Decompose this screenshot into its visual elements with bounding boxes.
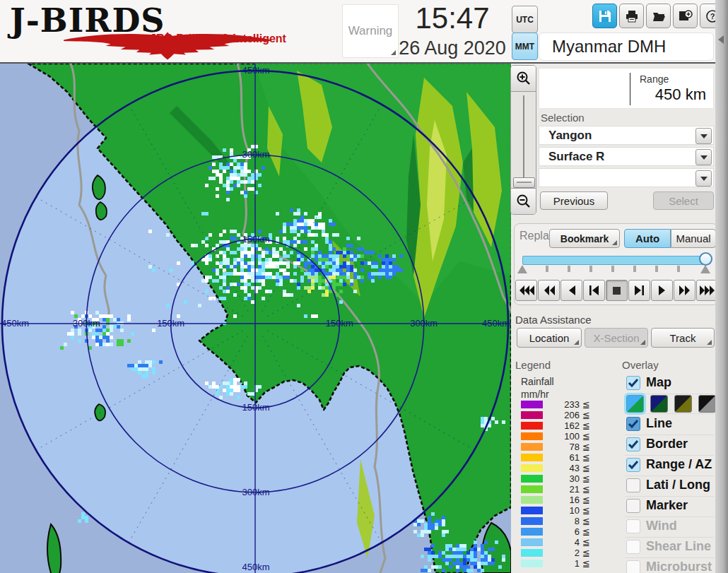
save-button[interactable] xyxy=(592,4,617,28)
overlay-checkbox[interactable] xyxy=(626,458,640,472)
radar-map[interactable]: 150km150km150km150km300km300km300km300km… xyxy=(0,64,511,573)
previous-button[interactable]: Previous xyxy=(540,191,608,210)
overlay-item-shear-line: Shear Line xyxy=(625,538,714,558)
overlay-checkbox[interactable] xyxy=(626,499,640,513)
legend-lte-symbol: ≦ xyxy=(582,558,590,569)
legend-swatch xyxy=(521,496,543,504)
dropdown-arrow-button[interactable] xyxy=(695,128,712,144)
stop-button[interactable] xyxy=(606,280,628,301)
overlay-item-label: Microburst xyxy=(646,560,712,573)
overlay-checkbox[interactable] xyxy=(626,417,640,431)
map-style-swatch-3[interactable] xyxy=(674,395,692,413)
svg-text:450km: 450km xyxy=(1,318,29,329)
zoom-in-button[interactable] xyxy=(511,66,536,92)
auto-button[interactable]: Auto xyxy=(624,229,671,248)
forward-button[interactable] xyxy=(674,280,695,301)
location-button[interactable]: Location xyxy=(517,328,582,348)
legend-value: 43 xyxy=(543,463,580,473)
open-folder-button[interactable] xyxy=(646,4,671,28)
overlay-item-label: Map xyxy=(646,375,671,390)
legend-row: 162≦ xyxy=(521,421,590,430)
svg-text:450km: 450km xyxy=(242,562,269,572)
play-reverse-icon xyxy=(568,285,575,295)
legend-value: 6 xyxy=(543,526,580,537)
track-button[interactable]: Track xyxy=(651,328,715,348)
legend-row: 61≦ xyxy=(521,453,590,462)
collapse-arrow-icon xyxy=(718,35,724,44)
overlay-checkbox[interactable] xyxy=(626,478,640,492)
x-section-button[interactable]: X-Section xyxy=(585,328,648,348)
select-button[interactable]: Select xyxy=(653,191,714,210)
capture-image-icon xyxy=(678,9,693,23)
panel-collapse-strip[interactable] xyxy=(715,0,728,573)
stop-icon xyxy=(613,287,621,295)
header-bar: J-BIRDS JRC-Brilliant & Intelligent Rada… xyxy=(0,0,715,64)
utc-button[interactable]: UTC xyxy=(512,6,538,33)
legend-lte-symbol: ≦ xyxy=(582,526,590,537)
legend-value: 8 xyxy=(543,516,580,526)
rewind-icon xyxy=(544,285,555,295)
replay-slider-end-marker[interactable] xyxy=(700,265,710,273)
check-icon xyxy=(627,418,640,430)
selection-dropdown-1[interactable]: Yangon xyxy=(539,126,714,145)
step-back-button[interactable] xyxy=(583,280,605,301)
check-icon xyxy=(627,377,640,389)
mmt-label: MMT xyxy=(515,42,534,52)
legend-row: 100≦ xyxy=(521,432,590,441)
legend-value: 16 xyxy=(543,495,580,505)
selection-dropdown-2[interactable]: Surface R xyxy=(539,147,714,166)
capture-button[interactable] xyxy=(673,4,698,28)
legend-value: 233 xyxy=(543,399,580,410)
step-forward-button[interactable] xyxy=(628,280,650,301)
replay-slider-tick xyxy=(633,266,636,272)
range-box: Range 450 km xyxy=(539,68,714,109)
zoom-out-button[interactable] xyxy=(511,188,536,214)
rewind-button[interactable] xyxy=(538,280,560,301)
selection-dropdown-3[interactable] xyxy=(539,168,714,187)
legend-row: 78≦ xyxy=(521,442,590,451)
clock-date: 26 Aug 2020 xyxy=(386,37,519,59)
replay-slider-start-marker[interactable] xyxy=(517,265,527,273)
dropdown-arrow-button[interactable] xyxy=(695,170,712,187)
legend-unit1: Rainfall xyxy=(521,376,554,387)
overlay-checkbox[interactable] xyxy=(626,437,640,451)
mmt-button[interactable]: MMT xyxy=(512,33,538,60)
overlay-checkbox[interactable] xyxy=(626,519,640,533)
legend-row: 4≦ xyxy=(521,538,590,547)
overlay-checkbox[interactable] xyxy=(626,540,640,554)
step-forward-icon xyxy=(635,285,644,295)
svg-text:450km: 450km xyxy=(242,65,269,76)
replay-slider-tick xyxy=(546,266,548,272)
legend-swatch xyxy=(521,432,543,440)
legend-swatch xyxy=(521,528,543,536)
legend-lte-symbol: ≦ xyxy=(582,399,590,410)
open-folder-icon xyxy=(652,9,666,23)
map-style-swatch-4[interactable] xyxy=(698,395,716,413)
warning-label: Warning xyxy=(348,24,393,38)
legend-row: 21≦ xyxy=(521,485,590,494)
save-icon xyxy=(598,9,612,23)
play-reverse-button[interactable] xyxy=(560,280,582,301)
previous-label: Previous xyxy=(553,195,594,207)
map-style-swatch-2[interactable] xyxy=(650,395,668,413)
play-button[interactable] xyxy=(651,280,673,301)
overlay-checkbox[interactable] xyxy=(626,560,640,573)
manual-button[interactable]: Manual xyxy=(671,229,716,248)
map-style-swatch-1[interactable] xyxy=(626,395,644,413)
replay-slider-handle[interactable] xyxy=(699,252,712,266)
overlay-item-marker: Marker xyxy=(625,497,714,517)
rewind-fast-button[interactable] xyxy=(515,280,537,301)
dropdown-arrow-button[interactable] xyxy=(695,149,712,165)
zoom-slider-track[interactable] xyxy=(523,95,524,186)
da-button-label: Track xyxy=(670,332,696,344)
legend-swatch xyxy=(521,464,543,472)
svg-text:300km: 300km xyxy=(242,149,269,160)
legend-lte-symbol: ≦ xyxy=(582,420,590,431)
print-button[interactable] xyxy=(619,4,644,28)
replay-slider-track[interactable] xyxy=(522,256,709,265)
overlay-checkbox[interactable] xyxy=(626,376,640,390)
legend-row: 16≦ xyxy=(521,495,590,504)
bookmark-button[interactable]: Bookmark xyxy=(549,229,620,248)
zoom-slider-handle[interactable] xyxy=(513,177,535,188)
replay-slider-tick xyxy=(655,266,658,272)
